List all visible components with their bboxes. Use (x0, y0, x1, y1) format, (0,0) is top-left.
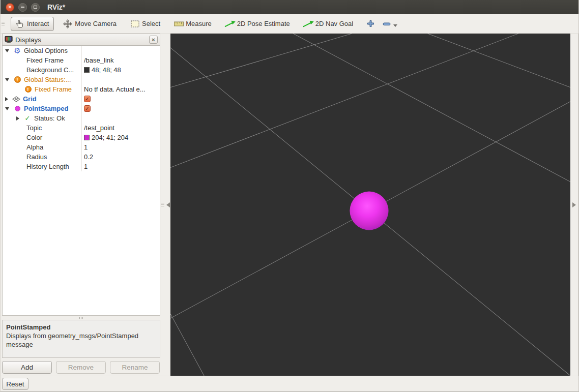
property-value[interactable]: /base_link (84, 56, 114, 64)
tree-row-pointstamped[interactable]: PointStamped✓ (3, 104, 160, 113)
name-cell[interactable]: Fixed Frame (3, 55, 82, 65)
displays-tree: ⚙Global OptionsFixed Frame/base_linkBack… (2, 46, 160, 316)
window-minimize-button[interactable] (18, 3, 27, 12)
expander-down-icon[interactable] (5, 78, 9, 81)
name-cell[interactable]: Grid (3, 94, 82, 104)
value-cell[interactable]: ✓ (82, 105, 160, 112)
property-value[interactable]: 204; 41; 204 (92, 134, 128, 141)
tree-row-fixed-frame[interactable]: !Fixed FrameNo tf data. Actual e... (3, 84, 160, 94)
property-label: Alpha (26, 143, 43, 151)
status-bar: Reset (1, 376, 578, 391)
value-cell[interactable]: /test_point (82, 124, 160, 132)
window-maximize-button[interactable] (31, 3, 40, 12)
value-cell[interactable]: 48; 48; 48 (82, 66, 160, 74)
title-bar: ✕ RViz* (1, 0, 578, 14)
name-cell[interactable]: ✓Status: Ok (3, 113, 82, 123)
tree-row-radius[interactable]: Radius0.2 (3, 152, 160, 162)
tool-2d-nav-goal[interactable]: 2D Nav Goal (300, 17, 358, 31)
value-cell[interactable]: No tf data. Actual e... (82, 85, 160, 93)
name-cell[interactable]: PointStamped (3, 104, 82, 113)
tree-row-status-ok[interactable]: ✓Status: Ok (3, 113, 160, 123)
color-swatch[interactable] (84, 135, 90, 140)
expander-right-icon[interactable] (16, 116, 19, 120)
property-label: Status: Ok (34, 114, 65, 122)
tree-row-color[interactable]: Color204; 41; 204 (3, 133, 160, 142)
grid-icon (12, 95, 20, 103)
collapse-right-arrow-icon[interactable] (572, 202, 576, 207)
tree-row-history-length[interactable]: History Length1 (3, 162, 160, 171)
value-cell[interactable]: /base_link (82, 56, 160, 64)
window-title: RViz* (47, 3, 65, 11)
right-panel-splitter[interactable] (570, 34, 578, 376)
value-cell[interactable]: 0.2 (82, 153, 160, 161)
name-cell[interactable]: History Length (3, 162, 82, 171)
property-value[interactable]: 48; 48; 48 (92, 66, 121, 74)
property-label: Fixed Frame (26, 56, 64, 64)
left-panel-splitter[interactable] (160, 34, 170, 376)
viewport-canvas[interactable] (170, 34, 570, 376)
name-cell[interactable]: Background C... (3, 65, 82, 75)
display-description: PointStamped Displays from geometry_msgs… (2, 320, 160, 358)
collapse-left-arrow-icon[interactable] (166, 202, 170, 207)
tool-interact[interactable]: Interact (11, 17, 54, 31)
tree-row-grid[interactable]: Grid✓ (3, 94, 160, 104)
tool-measure[interactable]: Measure (170, 17, 216, 31)
property-value[interactable]: No tf data. Actual e... (84, 85, 146, 93)
tool-move-camera[interactable]: Move Camera (59, 17, 121, 31)
name-cell[interactable]: Color (3, 133, 82, 142)
name-cell[interactable]: Radius (3, 152, 82, 162)
expander-down-icon[interactable] (5, 107, 9, 110)
splitter-grip[interactable] (161, 203, 164, 206)
tool-2d-pose-estimate[interactable]: 2D Pose Estimate (221, 17, 295, 31)
tree-row-global-status-[interactable]: !Global Status:... (3, 75, 160, 84)
expander-down-icon[interactable] (5, 49, 9, 52)
add-tool-button[interactable] (366, 20, 374, 28)
tree-row-global-options[interactable]: ⚙Global Options (3, 46, 160, 55)
property-label: Color (26, 134, 42, 141)
point-stamped-sphere (350, 192, 388, 230)
property-value[interactable]: /test_point (84, 124, 114, 132)
enabled-checkbox[interactable]: ✓ (84, 105, 91, 112)
name-cell[interactable]: Alpha (3, 142, 82, 152)
green-arrow-icon (304, 20, 312, 28)
value-cell[interactable]: ✓ (82, 96, 160, 102)
property-label: PointStamped (24, 105, 68, 112)
value-cell[interactable]: 1 (82, 143, 160, 151)
warning-icon: ! (13, 76, 21, 84)
tool-label: Select (142, 20, 160, 27)
name-cell[interactable]: !Fixed Frame (3, 84, 82, 94)
value-cell[interactable]: 204; 41; 204 (82, 134, 160, 141)
window-close-button[interactable]: ✕ (6, 3, 14, 12)
dropdown-arrow-icon[interactable] (393, 24, 397, 27)
toolbar-grip-handle[interactable] (2, 22, 6, 25)
expander-right-icon[interactable] (5, 97, 8, 101)
name-cell[interactable]: Topic (3, 123, 82, 133)
add-button[interactable]: Add (2, 361, 52, 374)
property-value[interactable]: 1 (84, 163, 88, 170)
gear-icon: ⚙ (13, 47, 21, 55)
name-cell[interactable]: !Global Status:... (3, 75, 82, 84)
tree-row-background-c-[interactable]: Background C...48; 48; 48 (3, 65, 160, 75)
property-value[interactable]: 1 (84, 143, 88, 151)
property-label: Global Options (24, 47, 68, 54)
name-cell[interactable]: ⚙Global Options (3, 46, 82, 55)
tree-row-topic[interactable]: Topic/test_point (3, 123, 160, 133)
tree-row-fixed-frame[interactable]: Fixed Frame/base_link (3, 55, 160, 65)
check-icon: ✓ (23, 114, 32, 123)
color-swatch[interactable] (84, 67, 90, 73)
tree-row-alpha[interactable]: Alpha1 (3, 142, 160, 152)
property-label: Topic (26, 124, 42, 132)
panel-splitter-handle[interactable] (2, 316, 160, 320)
reset-button[interactable]: Reset (2, 378, 28, 390)
remove-tool-button[interactable] (383, 20, 397, 28)
displays-panel-header[interactable]: Displays ✕ (2, 34, 160, 46)
tool-select[interactable]: Select (126, 17, 165, 31)
3d-viewport[interactable] (170, 34, 570, 376)
select-box-icon (131, 20, 139, 28)
enabled-checkbox[interactable]: ✓ (84, 96, 91, 102)
displays-panel-close-button[interactable]: ✕ (149, 36, 158, 44)
property-value[interactable]: 0.2 (84, 153, 93, 161)
value-cell[interactable]: 1 (82, 163, 160, 170)
property-label: Background C... (26, 66, 74, 74)
displays-panel: Displays ✕ ⚙Global OptionsFixed Frame/ba… (1, 34, 160, 376)
